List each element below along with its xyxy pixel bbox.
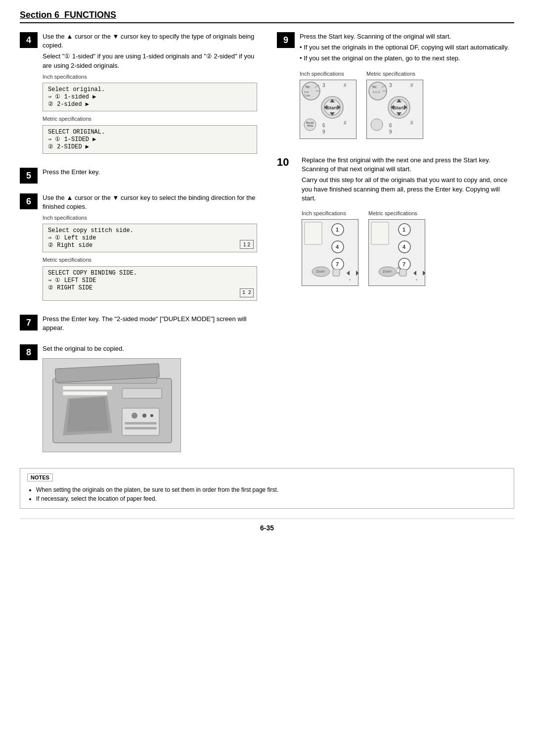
step-10-number: 10 <box>277 156 297 169</box>
svg-rect-9 <box>125 427 157 429</box>
svg-marker-61 <box>347 271 350 276</box>
step-9: 9 Press the Start key. Scanning of the o… <box>277 32 514 139</box>
copier-svg <box>43 359 181 452</box>
step-4-content: Use the ▲ cursor or the ▼ cursor key to … <box>43 32 257 158</box>
step-6-inch-screen: Select copy stitch side. ⇒ ① Left side ②… <box>43 224 257 252</box>
svg-text:1: 1 <box>402 227 405 233</box>
step-9-inch-label: Inch specifications <box>300 70 344 78</box>
step-10-inch-svg: 1 4 7 Zoom <box>302 220 359 286</box>
step-6-content: Use the ▲ cursor or the ▼ cursor key to … <box>43 193 257 305</box>
notes-list: When setting the originals on the platen… <box>36 485 507 503</box>
step-4-metric-label: Metric specifications <box>43 115 257 123</box>
notes-title: NOTES <box>27 473 53 481</box>
step-9-metric-label: Metric specifications <box>366 70 415 78</box>
step-10-metric-panel: 1 4 7 Zoom 5% 400% <box>368 219 425 286</box>
step-6-inch-label: Inch specifications <box>43 214 257 222</box>
svg-text:3: 3 <box>389 83 392 88</box>
step-10-metric-label: Metric specifications <box>368 210 417 217</box>
svg-rect-8 <box>125 422 157 425</box>
step-6: 6 Use the ▲ cursor or the ▼ cursor key t… <box>20 193 257 305</box>
svg-text:Start: Start <box>394 105 404 110</box>
step-4-metric-screen: SELECT ORIGINAL. ⇒ ① 1-SIDED ▶ ② 2-SIDED… <box>43 125 257 154</box>
svg-text:4: 4 <box>402 244 406 250</box>
step-6-metric-screen: SELECT COPY BINDING SIDE. ⇒ ① LEFT SIDE … <box>43 266 257 301</box>
step-9-content: Press the Start key. Scanning of the ori… <box>300 32 514 139</box>
step-5: 5 Press the Enter key. <box>20 168 257 184</box>
svg-text:1: 1 <box>336 227 339 233</box>
step-7-content: Press the Enter key. The "2-sided mode" … <box>43 315 257 334</box>
svg-marker-76 <box>413 271 416 276</box>
svg-text:*: * <box>349 278 351 283</box>
notes-item-1: When setting the originals on the platen… <box>36 485 507 494</box>
svg-text:White: White <box>307 124 313 127</box>
svg-text:9: 9 <box>322 129 325 135</box>
step-8: 8 Set the original to be copied. <box>20 344 257 452</box>
step-9-metric-svg: %c A.C.S. Start <box>367 80 424 140</box>
step-9-number: 9 <box>277 32 295 48</box>
svg-rect-51 <box>305 222 322 244</box>
step-8-content: Set the original to be copied. <box>43 344 257 452</box>
step-4: 4 Use the ▲ cursor or the ▼ cursor key t… <box>20 32 257 158</box>
svg-text:#: # <box>344 83 347 88</box>
step-6-number: 6 <box>20 193 38 209</box>
svg-marker-77 <box>423 271 426 276</box>
step-10-inch-label: Inch specifications <box>302 210 346 217</box>
step-5-content: Press the Enter key. <box>43 168 257 179</box>
step-10-content: Replace the first original with the next… <box>302 156 514 286</box>
svg-text:*: * <box>416 278 417 283</box>
svg-point-6 <box>142 414 146 418</box>
page-number: 6-35 <box>20 519 514 532</box>
step-6-inch-icon: 1 2 <box>240 240 254 249</box>
svg-text:#: # <box>344 120 347 126</box>
svg-text:9: 9 <box>389 129 392 135</box>
svg-text:Start: Start <box>327 105 337 110</box>
step-10-text1: Replace the first original with the next… <box>302 156 514 174</box>
section-header: Section 6 FUNCTIONS <box>20 10 514 23</box>
svg-text:%c: %c <box>372 85 377 89</box>
step-4-text1: Use the ▲ cursor or the ▼ cursor key to … <box>43 32 257 50</box>
step-8-text: Set the original to be copied. <box>43 344 257 353</box>
svg-rect-4 <box>122 408 159 435</box>
svg-text:7: 7 <box>402 261 405 267</box>
step-7-number: 7 <box>20 315 38 331</box>
step-9-text2: • If you set the originals in the option… <box>300 43 514 52</box>
step-10-text2: Carry out this step for all of the origi… <box>302 176 514 203</box>
notes-section: NOTES When setting the originals on the … <box>20 468 514 509</box>
svg-rect-11 <box>63 391 107 395</box>
svg-marker-62 <box>356 271 359 276</box>
svg-text:Color: Color <box>304 94 311 97</box>
copier-image <box>43 358 181 452</box>
svg-rect-60 <box>333 269 340 276</box>
svg-text:Zoom: Zoom <box>383 270 392 273</box>
svg-text:6: 6 <box>322 123 325 128</box>
step-7: 7 Press the Enter key. The "2-sided mode… <box>20 315 257 334</box>
step-9-inch-svg: %c Full Color Start <box>300 80 357 140</box>
step-5-number: 5 <box>20 168 38 184</box>
step-10-metric-svg: 1 4 7 Zoom 5% 400% <box>369 220 426 286</box>
svg-text:Zoom: Zoom <box>316 270 325 273</box>
svg-text:3: 3 <box>322 83 325 88</box>
step-10-inch-panel: 1 4 7 Zoom <box>302 219 358 286</box>
step-8-number: 8 <box>20 344 38 360</box>
step-9-inch-panel: %c Full Color Start <box>300 80 356 139</box>
svg-rect-75 <box>400 269 406 276</box>
svg-text:#: # <box>410 120 413 126</box>
svg-rect-10 <box>63 386 112 390</box>
section-title: Section 6 FUNCTIONS <box>20 10 116 20</box>
svg-text:6: 6 <box>389 123 392 128</box>
svg-rect-64 <box>371 222 389 244</box>
svg-text:7: 7 <box>336 261 339 267</box>
step-9-text3: • If you set the original on the platen,… <box>300 54 514 63</box>
step-4-text2: Select "① 1-sided" if you are using 1-si… <box>43 52 257 70</box>
svg-text:%c: %c <box>305 85 310 89</box>
step-5-text: Press the Enter key. <box>43 168 257 177</box>
notes-item-2: If necessary, select the location of pap… <box>36 494 507 503</box>
svg-text:A.C.S.: A.C.S. <box>373 91 381 94</box>
step-6-metric-label: Metric specifications <box>43 256 257 264</box>
svg-point-7 <box>150 414 153 417</box>
step-7-text: Press the Enter key. The "2-sided mode" … <box>43 315 257 332</box>
step-10: 10 Replace the first original with the n… <box>277 156 514 286</box>
step-6-text: Use the ▲ cursor or the ▼ cursor key to … <box>43 193 257 211</box>
svg-text:#: # <box>410 83 413 88</box>
svg-rect-3 <box>122 388 162 398</box>
